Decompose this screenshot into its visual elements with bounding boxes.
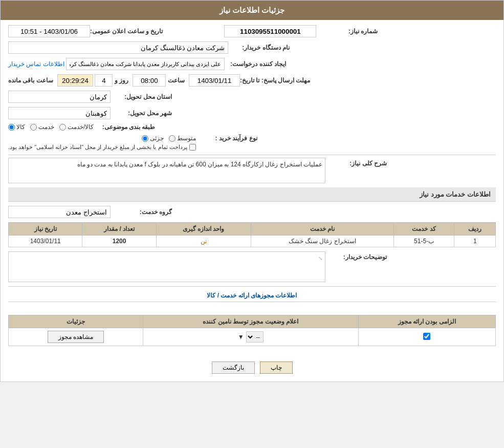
tawzihKharidar-resize: ⤡ xyxy=(318,255,322,261)
noeFarayandKharid-label: نوع فرآیند خرید : xyxy=(196,135,257,142)
noeFarayand-jazzi-radio[interactable] xyxy=(142,135,148,142)
col-tedad: تعداد / مقدار xyxy=(82,223,156,236)
namDastgah-row: نام دستگاه خریدار: xyxy=(8,41,496,54)
ostan-input[interactable] xyxy=(8,91,111,103)
col-radif: ردیف xyxy=(454,223,496,236)
main-section: شماره نیاز: تاریخ و ساعت اعلان عمومی: نا… xyxy=(1,20,503,354)
tabaqeBandi-kalaKhedmat-radio[interactable] xyxy=(59,124,66,131)
permit-row: -- ▼ مشاهده مجوز xyxy=(9,328,496,346)
countdown-input[interactable] xyxy=(57,74,93,87)
tawzihKharidar-box: ⤡ xyxy=(8,251,325,282)
tabaqeBandi-khedmat-text: خدمت xyxy=(38,123,54,131)
noeFarayand-jazzi-text: جزئی xyxy=(150,135,164,142)
chevron-down-icon: ▼ xyxy=(238,333,244,340)
permit-col-joziyat: جزئیات xyxy=(9,315,143,328)
namDastgah-label: نام دستگاه خریدار: xyxy=(228,44,290,51)
sharhKolli-row: شرح کلی نیاز: عملیات استخراج زغال ازکارگ… xyxy=(8,158,496,183)
tarikhAelan-input[interactable] xyxy=(8,25,90,37)
saat-label: ساعت xyxy=(168,77,185,84)
eijadKonande-row: ایجاد کننده درخواست: اطلاعات تماس خریدار xyxy=(8,58,496,70)
saat-input[interactable] xyxy=(133,74,166,87)
shomareNiaz-input[interactable] xyxy=(224,25,316,37)
cell-tedad: 1200 xyxy=(82,236,156,247)
mojouzSection-title: اطلاعات مجوزهای ارائه خدمت / کالا xyxy=(8,289,496,302)
tabaqeBandi-kalaKhedmat-option[interactable]: کالا/خدمت xyxy=(59,123,94,131)
eijadKonande-input[interactable] xyxy=(66,58,225,70)
tabaqeBandi-khedmat-radio[interactable] xyxy=(30,124,37,131)
back-button[interactable]: بازگشت xyxy=(212,361,255,374)
tabaqeBandi-row: طبقه بندی موضوعی: کالا/خدمت خدمت کالا xyxy=(8,123,496,131)
tarikhAelan-label: تاریخ و ساعت اعلان عمومی: xyxy=(90,28,163,35)
shahr-label: شهر محل تحویل: xyxy=(111,110,172,117)
divider-2 xyxy=(8,286,496,287)
page-header: جزئیات اطلاعات نیاز xyxy=(1,1,503,20)
footer-buttons: چاپ بازگشت xyxy=(1,354,503,381)
table-row: 1 ب-5-51 استخراج زغال سنگ خشک تن 1200 14… xyxy=(9,236,496,247)
permit-elzami-checkbox[interactable] xyxy=(423,333,430,340)
shahr-input[interactable] xyxy=(8,107,111,119)
tabaqeBandi-label: طبقه بندی موضوعی: xyxy=(94,123,155,131)
tabaqeBandi-radiogroup: کالا/خدمت خدمت کالا xyxy=(8,123,94,131)
noeFarayand-radiogroup: متوسط جزئی xyxy=(8,135,196,142)
cell-vahed: تن xyxy=(156,236,251,247)
countdown-label: ساعت باقی مانده xyxy=(8,77,53,84)
gorohKhadamat-label: گروه خدمت: xyxy=(111,208,172,216)
tabaqeBandi-kala-option[interactable]: کالا xyxy=(8,123,25,131)
noeFarayand-motavasset-radio[interactable] xyxy=(169,135,176,142)
cell-radif: 1 xyxy=(454,236,496,247)
sharhKolli-box: عملیات استخراج زغال ازکارگاه 124 به میزا… xyxy=(8,158,325,183)
khadamat-section-title: اطلاعات خدمات مورد نیاز xyxy=(8,187,496,202)
gorohKhadamat-input[interactable] xyxy=(8,206,111,218)
sharhKolli-label: شرح کلی نیاز: xyxy=(325,158,387,167)
payment-checkbox[interactable] xyxy=(189,144,196,151)
shomareNiaz-label: شماره نیاز: xyxy=(316,28,378,35)
permit-col-status: اعلام وضعیت مجوز توسط نامین کننده xyxy=(143,315,358,328)
cell-namKhadamat: استخراج زغال سنگ خشک xyxy=(251,236,393,247)
permit-status-cell: -- ▼ xyxy=(143,328,358,346)
mohlatErsalPasokh-label: مهلت ارسال پاسخ: تا تاریخ: xyxy=(240,77,310,84)
payment-note-text: پرداخت تمام یا بخشی از مبلغ خریدار از مح… xyxy=(8,144,187,151)
divider-1 xyxy=(8,155,496,155)
gorohKhadamat-row: گروه خدمت: xyxy=(8,206,496,218)
noeFarayand-row: نوع فرآیند خرید : متوسط جزئی پرداخت تمام… xyxy=(8,135,496,151)
tawzihKharidar-label: توضیحات خریدار: xyxy=(325,251,387,261)
shahr-row: شهر محل تحویل: xyxy=(8,107,496,119)
noeFarayand-motavasset-text: متوسط xyxy=(177,135,196,142)
date-input[interactable] xyxy=(189,74,240,87)
rooz-input[interactable] xyxy=(95,74,113,87)
shomareNiaz-row: شماره نیاز: تاریخ و ساعت اعلان عمومی: xyxy=(8,25,496,37)
spacer xyxy=(8,302,496,312)
permit-col-elzami: الزامی بودن ارائه مجوز xyxy=(358,315,495,328)
permit-elzami-cell xyxy=(358,328,495,346)
eijadKonande-label: ایجاد کننده درخواست: xyxy=(225,60,286,68)
tabaqeBandi-kala-text: کالا xyxy=(16,123,25,131)
tabaqeBandi-khedmat-option[interactable]: خدمت xyxy=(30,123,54,131)
tabaqeBandi-kalaKhedmat-text: کالا/خدمت xyxy=(68,123,94,131)
payment-note: پرداخت تمام یا بخشی از مبلغ خریدار از مح… xyxy=(8,144,196,151)
mohlatErsalPasokh-row: مهلت ارسال پاسخ: تا تاریخ: ساعت روز و سا… xyxy=(8,74,496,87)
col-vahed: واحد اندازه گیری xyxy=(156,223,251,236)
tabaqeBandi-kala-radio[interactable] xyxy=(8,124,15,131)
permit-status-select[interactable]: -- xyxy=(246,331,264,343)
col-namKhadamat: نام خدمت xyxy=(251,223,393,236)
ettelaatTamas-link[interactable]: اطلاعات تماس خریدار xyxy=(8,60,64,68)
services-table: ردیف کد خدمت نام خدمت واحد اندازه گیری ت… xyxy=(8,222,496,247)
cell-tarikh: 1403/01/11 xyxy=(9,236,82,247)
cell-kodKhadamat: ب-5-51 xyxy=(393,236,454,247)
rooz-label: روز و xyxy=(115,77,128,84)
noeFarayand-group: متوسط جزئی پرداخت تمام یا بخشی از مبلغ خ… xyxy=(8,135,196,151)
ostan-row: استان محل تحویل: xyxy=(8,91,496,103)
col-kodKhadamat: کد خدمت xyxy=(393,223,454,236)
print-button[interactable]: چاپ xyxy=(260,361,293,374)
permit-joziyat-cell: مشاهده مجوز xyxy=(9,328,143,346)
page-wrapper: جزئیات اطلاعات نیاز شماره نیاز: تاریخ و … xyxy=(0,0,504,382)
ostan-label: استان محل تحویل: xyxy=(111,93,172,100)
noeFarayand-jazzi-option[interactable]: جزئی xyxy=(142,135,164,142)
noeFarayand-motavasset-option[interactable]: متوسط xyxy=(169,135,196,142)
col-tarikh: تاریخ نیاز xyxy=(9,223,82,236)
permit-table: الزامی بودن ارائه مجوز اعلام وضعیت مجوز … xyxy=(8,315,496,346)
tawzihKharidar-row: توضیحات خریدار: ⤡ xyxy=(8,251,496,282)
view-permit-button[interactable]: مشاهده مجوز xyxy=(48,331,104,343)
namDastgah-input[interactable] xyxy=(8,41,228,54)
sharhKolli-value: عملیات استخراج زغال ازکارگاه 124 به میزا… xyxy=(77,161,322,168)
